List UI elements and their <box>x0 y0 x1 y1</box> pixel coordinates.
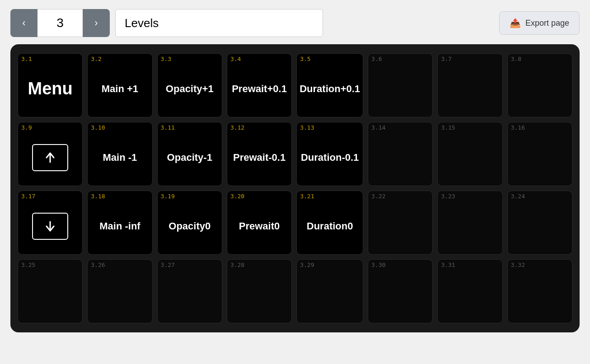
grid-cell-3-5[interactable]: 3.5Duration+0.1 <box>296 53 363 117</box>
grid-cell-3-25[interactable]: 3.25 <box>18 259 83 323</box>
grid-cell-3-24[interactable]: 3.24 <box>507 191 572 255</box>
grid-cell-3-31[interactable]: 3.31 <box>437 259 502 323</box>
grid-cell-3-9[interactable]: 3.9 <box>18 122 83 186</box>
grid-cell-3-10[interactable]: 3.10Main -1 <box>87 122 152 186</box>
grid-cell-3-29[interactable]: 3.29 <box>296 259 363 323</box>
chevron-right-icon: › <box>94 17 98 29</box>
main-panel: 3.1Menu3.2Main +13.3Opacity+13.4Prewait+… <box>10 44 580 332</box>
grid-cell-3-2[interactable]: 3.2Main +1 <box>87 53 152 117</box>
export-button[interactable]: 📤 Export page <box>499 11 580 35</box>
grid-cell-3-22[interactable]: 3.22 <box>368 191 433 255</box>
grid-cell-3-14[interactable]: 3.14 <box>368 122 433 186</box>
grid-cell-3-19[interactable]: 3.19Opacity0 <box>157 191 222 255</box>
grid-cell-3-16[interactable]: 3.16 <box>507 122 572 186</box>
chevron-left-icon: ‹ <box>22 17 25 29</box>
export-icon: 📤 <box>510 18 521 28</box>
page-number: 3 <box>37 9 83 37</box>
grid-cell-3-30[interactable]: 3.30 <box>368 259 433 323</box>
grid-cell-3-27[interactable]: 3.27 <box>157 259 222 323</box>
grid-cell-3-7[interactable]: 3.7 <box>437 53 502 117</box>
button-grid: 3.1Menu3.2Main +13.3Opacity+13.4Prewait+… <box>18 53 572 323</box>
grid-cell-3-6[interactable]: 3.6 <box>368 53 433 117</box>
grid-cell-3-1[interactable]: 3.1Menu <box>18 53 83 117</box>
grid-cell-3-26[interactable]: 3.26 <box>87 259 152 323</box>
prev-page-button[interactable]: ‹ <box>10 9 37 37</box>
grid-cell-3-3[interactable]: 3.3Opacity+1 <box>157 53 222 117</box>
grid-cell-3-8[interactable]: 3.8 <box>507 53 572 117</box>
grid-cell-3-12[interactable]: 3.12Prewait-0.1 <box>227 122 292 186</box>
grid-cell-3-28[interactable]: 3.28 <box>227 259 292 323</box>
grid-cell-3-20[interactable]: 3.20Prewait0 <box>227 191 292 255</box>
next-page-button[interactable]: › <box>83 9 110 37</box>
grid-cell-3-4[interactable]: 3.4Prewait+0.1 <box>227 53 292 117</box>
grid-cell-3-23[interactable]: 3.23 <box>437 191 502 255</box>
page-header: ‹ 3 › Levels 📤 Export page <box>10 9 580 37</box>
arrow-down-icon <box>32 213 68 240</box>
grid-cell-3-32[interactable]: 3.32 <box>507 259 572 323</box>
grid-cell-3-17[interactable]: 3.17 <box>18 191 83 255</box>
grid-cell-3-11[interactable]: 3.11Opacity-1 <box>157 122 222 186</box>
grid-cell-3-18[interactable]: 3.18Main -inf <box>87 191 152 255</box>
grid-cell-3-21[interactable]: 3.21Duration0 <box>296 191 363 255</box>
grid-cell-3-15[interactable]: 3.15 <box>437 122 502 186</box>
page-title: Levels <box>115 9 323 37</box>
arrow-up-icon <box>32 144 68 171</box>
grid-cell-3-13[interactable]: 3.13Duration-0.1 <box>296 122 363 186</box>
